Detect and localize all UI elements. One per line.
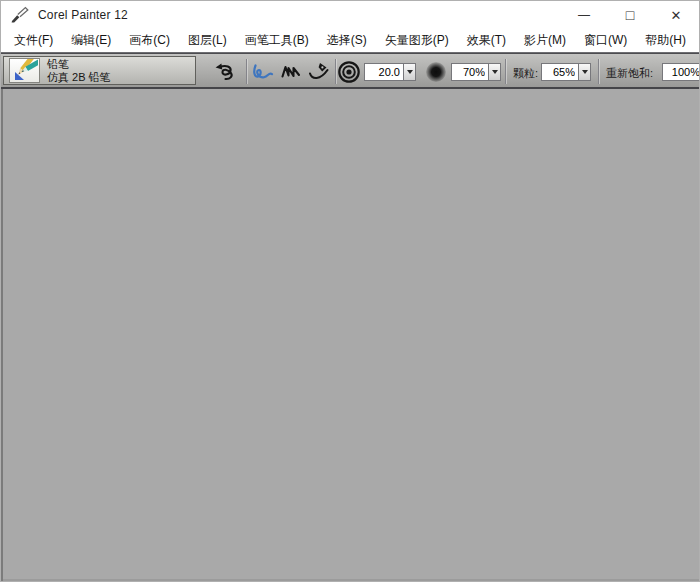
opacity-dropdown-button[interactable]	[488, 63, 501, 81]
resaturation-label: 重新饱和:	[606, 66, 653, 81]
opacity-input[interactable]	[451, 63, 488, 81]
menu-item-brushes[interactable]: 画笔工具(B)	[236, 28, 318, 53]
opacity-icon	[426, 62, 446, 82]
size-dropdown-button[interactable]	[403, 63, 416, 81]
menu-item-canvas[interactable]: 画布(C)	[120, 28, 179, 53]
grain-input[interactable]	[541, 63, 578, 81]
app-brush-icon	[10, 5, 32, 25]
minimize-button[interactable]: —	[561, 1, 607, 29]
window-title: Corel Painter 12	[38, 8, 128, 22]
canvas-workspace	[1, 89, 699, 582]
menu-item-edit[interactable]: 编辑(E)	[62, 28, 120, 53]
menu-item-shapes[interactable]: 矢量图形(P)	[376, 28, 458, 53]
brush-calibration-button[interactable]	[305, 58, 333, 86]
straight-line-stroke-button[interactable]	[277, 58, 305, 86]
brush-category-label: 铅笔	[47, 58, 111, 71]
application-window: Corel Painter 12 — □ ✕ 文件(F) 编辑(E) 画布(C)…	[0, 0, 700, 582]
menu-item-file[interactable]: 文件(F)	[5, 28, 62, 53]
stroke-preview-icon	[213, 60, 237, 84]
brush-property-bar: 铅笔 仿真 2B 铅笔	[1, 53, 699, 89]
brush-selector[interactable]: 铅笔 仿真 2B 铅笔	[3, 56, 196, 85]
opacity-field	[451, 63, 501, 81]
close-button[interactable]: ✕	[653, 1, 699, 29]
menu-item-effects[interactable]: 效果(T)	[458, 28, 515, 53]
freehand-stroke-icon	[251, 60, 275, 84]
brush-size-icon	[337, 60, 361, 84]
resaturation-input[interactable]	[662, 63, 700, 81]
size-field	[364, 63, 416, 81]
brush-category-button[interactable]	[9, 58, 40, 83]
toolbar-separator	[598, 59, 599, 84]
menu-item-help[interactable]: 帮助(H)	[636, 28, 695, 53]
straight-line-stroke-icon	[279, 60, 303, 84]
grain-label: 颗粒:	[513, 66, 538, 81]
brush-calibration-icon	[307, 60, 331, 84]
grain-field	[541, 63, 591, 81]
grain-dropdown-button[interactable]	[578, 63, 591, 81]
window-controls: — □ ✕	[561, 1, 699, 29]
toolbar-separator	[335, 59, 336, 84]
menu-bar: 文件(F) 编辑(E) 画布(C) 图层(L) 画笔工具(B) 选择(S) 矢量…	[1, 29, 699, 53]
menu-item-select[interactable]: 选择(S)	[318, 28, 376, 53]
maximize-button[interactable]: □	[607, 1, 653, 29]
brush-selector-labels: 铅笔 仿真 2B 铅笔	[47, 58, 111, 84]
freehand-stroke-button[interactable]	[249, 58, 277, 86]
menu-item-layers[interactable]: 图层(L)	[179, 28, 236, 53]
title-bar: Corel Painter 12 — □ ✕	[1, 1, 699, 29]
toolbar-separator	[246, 59, 247, 84]
size-input[interactable]	[364, 63, 403, 81]
menu-item-window[interactable]: 窗口(W)	[575, 28, 636, 53]
pencils-icon	[12, 59, 38, 82]
menu-item-movie[interactable]: 影片(M)	[515, 28, 575, 53]
stroke-preview-button[interactable]	[211, 58, 239, 86]
resaturation-field	[662, 63, 700, 81]
toolbar-separator	[505, 59, 506, 84]
brush-variant-label: 仿真 2B 铅笔	[47, 71, 111, 84]
